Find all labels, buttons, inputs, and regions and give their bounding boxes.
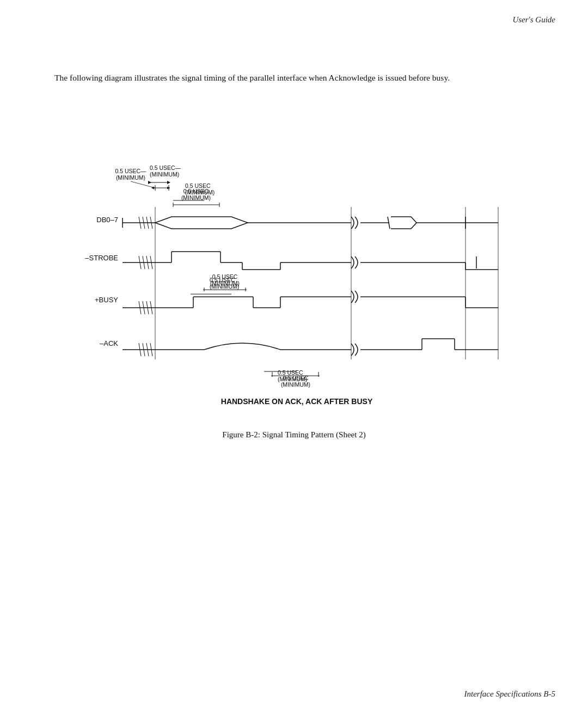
figure-caption: Figure B-2: Signal Timing Pattern (Sheet…	[0, 430, 588, 440]
usec-top-text1: 0.5 USEC—	[115, 168, 146, 174]
footer-text: Interface Specifications B-5	[464, 689, 555, 698]
header-title: User's Guide	[512, 15, 555, 24]
busy-label: +BUSY	[95, 296, 118, 304]
diagram-title: HANDSHAKE ON ACK, ACK AFTER BUSY	[221, 397, 373, 406]
diagram-container: .sig-label { font-family: Arial, sans-se…	[38, 131, 555, 414]
strobe-label: –STROBE	[85, 254, 118, 262]
page-header: User's Guide	[512, 15, 555, 25]
usec-bottom-text2: (MINIMUM)	[281, 381, 310, 388]
usec-second-text1: 0.5 USEC	[183, 188, 209, 194]
svg-line-16	[411, 223, 416, 229]
page-footer: Interface Specifications B-5	[464, 689, 555, 699]
intro-paragraph: The following diagram illustrates the si…	[54, 71, 555, 85]
usec-third-text1: 0.5 USEC	[212, 273, 238, 280]
usec-top-text2: (MINIMUM)	[116, 174, 145, 181]
db-valid-diamond	[155, 217, 248, 229]
intro-text: The following diagram illustrates the si…	[54, 73, 450, 82]
svg-line-15	[411, 217, 416, 223]
db-label: DB0–7	[96, 216, 118, 224]
usec-second-text2: (MINIMUM)	[181, 194, 211, 201]
figure-caption-text: Figure B-2: Signal Timing Pattern (Sheet…	[222, 430, 365, 439]
timing-diagram: .sig-label { font-family: Arial, sans-se…	[84, 131, 509, 414]
ack-label: –ACK	[100, 339, 118, 347]
top-usec-label2: (MINIMUM)	[150, 171, 179, 178]
top-usec-label: 0.5 USEC—	[150, 164, 181, 171]
usec-third-text2: (MINIMUM)	[210, 280, 240, 286]
